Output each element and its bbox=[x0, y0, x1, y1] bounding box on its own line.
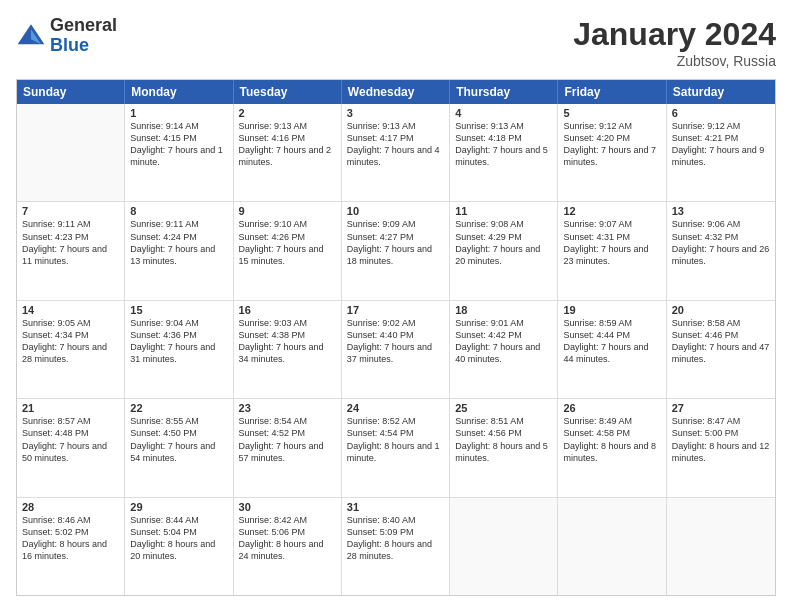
calendar-cell: 22Sunrise: 8:55 AMSunset: 4:50 PMDayligh… bbox=[125, 399, 233, 496]
calendar-cell: 25Sunrise: 8:51 AMSunset: 4:56 PMDayligh… bbox=[450, 399, 558, 496]
calendar-cell: 8Sunrise: 9:11 AMSunset: 4:24 PMDaylight… bbox=[125, 202, 233, 299]
calendar-cell: 19Sunrise: 8:59 AMSunset: 4:44 PMDayligh… bbox=[558, 301, 666, 398]
calendar-cell bbox=[450, 498, 558, 595]
day-info: Sunrise: 9:08 AMSunset: 4:29 PMDaylight:… bbox=[455, 218, 552, 267]
logo-icon bbox=[16, 21, 46, 51]
calendar-header: SundayMondayTuesdayWednesdayThursdayFrid… bbox=[17, 80, 775, 104]
day-info: Sunrise: 9:03 AMSunset: 4:38 PMDaylight:… bbox=[239, 317, 336, 366]
day-number: 31 bbox=[347, 501, 444, 513]
day-number: 3 bbox=[347, 107, 444, 119]
day-of-week-thursday: Thursday bbox=[450, 80, 558, 104]
day-info: Sunrise: 9:13 AMSunset: 4:17 PMDaylight:… bbox=[347, 120, 444, 169]
day-info: Sunrise: 8:57 AMSunset: 4:48 PMDaylight:… bbox=[22, 415, 119, 464]
day-info: Sunrise: 9:11 AMSunset: 4:24 PMDaylight:… bbox=[130, 218, 227, 267]
calendar-cell: 7Sunrise: 9:11 AMSunset: 4:23 PMDaylight… bbox=[17, 202, 125, 299]
calendar-cell: 2Sunrise: 9:13 AMSunset: 4:16 PMDaylight… bbox=[234, 104, 342, 201]
day-info: Sunrise: 9:06 AMSunset: 4:32 PMDaylight:… bbox=[672, 218, 770, 267]
day-number: 6 bbox=[672, 107, 770, 119]
day-info: Sunrise: 8:42 AMSunset: 5:06 PMDaylight:… bbox=[239, 514, 336, 563]
day-number: 27 bbox=[672, 402, 770, 414]
calendar-cell: 5Sunrise: 9:12 AMSunset: 4:20 PMDaylight… bbox=[558, 104, 666, 201]
calendar-cell: 4Sunrise: 9:13 AMSunset: 4:18 PMDaylight… bbox=[450, 104, 558, 201]
day-number: 24 bbox=[347, 402, 444, 414]
day-number: 25 bbox=[455, 402, 552, 414]
day-info: Sunrise: 9:02 AMSunset: 4:40 PMDaylight:… bbox=[347, 317, 444, 366]
day-number: 21 bbox=[22, 402, 119, 414]
header: General Blue January 2024 Zubtsov, Russi… bbox=[16, 16, 776, 69]
location-subtitle: Zubtsov, Russia bbox=[573, 53, 776, 69]
day-info: Sunrise: 9:12 AMSunset: 4:20 PMDaylight:… bbox=[563, 120, 660, 169]
day-number: 19 bbox=[563, 304, 660, 316]
day-number: 1 bbox=[130, 107, 227, 119]
day-number: 2 bbox=[239, 107, 336, 119]
day-number: 8 bbox=[130, 205, 227, 217]
day-info: Sunrise: 9:10 AMSunset: 4:26 PMDaylight:… bbox=[239, 218, 336, 267]
day-number: 15 bbox=[130, 304, 227, 316]
calendar-cell: 20Sunrise: 8:58 AMSunset: 4:46 PMDayligh… bbox=[667, 301, 775, 398]
calendar-cell bbox=[667, 498, 775, 595]
day-info: Sunrise: 9:04 AMSunset: 4:36 PMDaylight:… bbox=[130, 317, 227, 366]
day-number: 29 bbox=[130, 501, 227, 513]
calendar: SundayMondayTuesdayWednesdayThursdayFrid… bbox=[16, 79, 776, 596]
logo: General Blue bbox=[16, 16, 117, 56]
month-title: January 2024 bbox=[573, 16, 776, 53]
day-info: Sunrise: 8:59 AMSunset: 4:44 PMDaylight:… bbox=[563, 317, 660, 366]
day-of-week-sunday: Sunday bbox=[17, 80, 125, 104]
day-of-week-friday: Friday bbox=[558, 80, 666, 104]
day-info: Sunrise: 8:40 AMSunset: 5:09 PMDaylight:… bbox=[347, 514, 444, 563]
day-number: 22 bbox=[130, 402, 227, 414]
day-of-week-tuesday: Tuesday bbox=[234, 80, 342, 104]
calendar-cell: 18Sunrise: 9:01 AMSunset: 4:42 PMDayligh… bbox=[450, 301, 558, 398]
day-of-week-wednesday: Wednesday bbox=[342, 80, 450, 104]
day-number: 18 bbox=[455, 304, 552, 316]
calendar-cell: 30Sunrise: 8:42 AMSunset: 5:06 PMDayligh… bbox=[234, 498, 342, 595]
day-info: Sunrise: 8:47 AMSunset: 5:00 PMDaylight:… bbox=[672, 415, 770, 464]
day-number: 10 bbox=[347, 205, 444, 217]
day-info: Sunrise: 8:58 AMSunset: 4:46 PMDaylight:… bbox=[672, 317, 770, 366]
calendar-cell: 31Sunrise: 8:40 AMSunset: 5:09 PMDayligh… bbox=[342, 498, 450, 595]
day-number: 20 bbox=[672, 304, 770, 316]
day-number: 4 bbox=[455, 107, 552, 119]
calendar-row-3: 21Sunrise: 8:57 AMSunset: 4:48 PMDayligh… bbox=[17, 399, 775, 497]
page: General Blue January 2024 Zubtsov, Russi… bbox=[0, 0, 792, 612]
day-number: 30 bbox=[239, 501, 336, 513]
day-number: 9 bbox=[239, 205, 336, 217]
day-number: 11 bbox=[455, 205, 552, 217]
calendar-cell bbox=[17, 104, 125, 201]
calendar-row-1: 7Sunrise: 9:11 AMSunset: 4:23 PMDaylight… bbox=[17, 202, 775, 300]
day-number: 14 bbox=[22, 304, 119, 316]
logo-text: General Blue bbox=[50, 16, 117, 56]
calendar-cell: 13Sunrise: 9:06 AMSunset: 4:32 PMDayligh… bbox=[667, 202, 775, 299]
day-info: Sunrise: 8:44 AMSunset: 5:04 PMDaylight:… bbox=[130, 514, 227, 563]
day-info: Sunrise: 8:51 AMSunset: 4:56 PMDaylight:… bbox=[455, 415, 552, 464]
calendar-body: 1Sunrise: 9:14 AMSunset: 4:15 PMDaylight… bbox=[17, 104, 775, 595]
calendar-cell: 6Sunrise: 9:12 AMSunset: 4:21 PMDaylight… bbox=[667, 104, 775, 201]
day-info: Sunrise: 9:07 AMSunset: 4:31 PMDaylight:… bbox=[563, 218, 660, 267]
day-info: Sunrise: 9:05 AMSunset: 4:34 PMDaylight:… bbox=[22, 317, 119, 366]
day-info: Sunrise: 9:13 AMSunset: 4:16 PMDaylight:… bbox=[239, 120, 336, 169]
day-info: Sunrise: 9:09 AMSunset: 4:27 PMDaylight:… bbox=[347, 218, 444, 267]
calendar-row-2: 14Sunrise: 9:05 AMSunset: 4:34 PMDayligh… bbox=[17, 301, 775, 399]
calendar-cell: 12Sunrise: 9:07 AMSunset: 4:31 PMDayligh… bbox=[558, 202, 666, 299]
calendar-cell: 29Sunrise: 8:44 AMSunset: 5:04 PMDayligh… bbox=[125, 498, 233, 595]
calendar-cell: 16Sunrise: 9:03 AMSunset: 4:38 PMDayligh… bbox=[234, 301, 342, 398]
day-of-week-saturday: Saturday bbox=[667, 80, 775, 104]
day-number: 12 bbox=[563, 205, 660, 217]
day-number: 17 bbox=[347, 304, 444, 316]
day-info: Sunrise: 9:13 AMSunset: 4:18 PMDaylight:… bbox=[455, 120, 552, 169]
calendar-cell: 3Sunrise: 9:13 AMSunset: 4:17 PMDaylight… bbox=[342, 104, 450, 201]
day-number: 23 bbox=[239, 402, 336, 414]
calendar-cell: 9Sunrise: 9:10 AMSunset: 4:26 PMDaylight… bbox=[234, 202, 342, 299]
calendar-cell: 10Sunrise: 9:09 AMSunset: 4:27 PMDayligh… bbox=[342, 202, 450, 299]
calendar-cell bbox=[558, 498, 666, 595]
logo-blue: Blue bbox=[50, 36, 117, 56]
day-info: Sunrise: 9:12 AMSunset: 4:21 PMDaylight:… bbox=[672, 120, 770, 169]
calendar-cell: 24Sunrise: 8:52 AMSunset: 4:54 PMDayligh… bbox=[342, 399, 450, 496]
calendar-row-0: 1Sunrise: 9:14 AMSunset: 4:15 PMDaylight… bbox=[17, 104, 775, 202]
day-info: Sunrise: 9:11 AMSunset: 4:23 PMDaylight:… bbox=[22, 218, 119, 267]
day-info: Sunrise: 8:54 AMSunset: 4:52 PMDaylight:… bbox=[239, 415, 336, 464]
logo-general: General bbox=[50, 16, 117, 36]
day-of-week-monday: Monday bbox=[125, 80, 233, 104]
day-info: Sunrise: 8:55 AMSunset: 4:50 PMDaylight:… bbox=[130, 415, 227, 464]
day-info: Sunrise: 8:49 AMSunset: 4:58 PMDaylight:… bbox=[563, 415, 660, 464]
